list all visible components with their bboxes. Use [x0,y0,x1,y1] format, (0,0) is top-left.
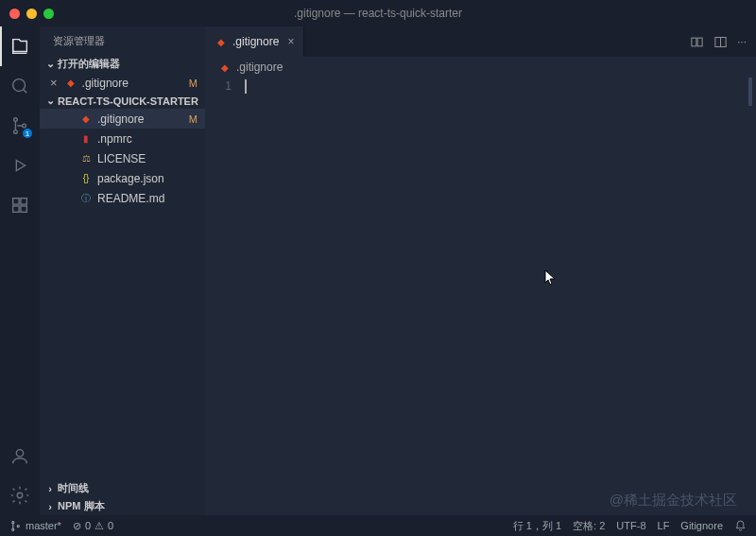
encoding-status[interactable]: UTF-8 [616,519,645,533]
code-editor[interactable]: 1 [205,78,756,515]
svg-point-9 [17,493,23,498]
file-item[interactable]: ⚖ LICENSE [40,148,205,168]
line-gutter: 1 [205,78,245,515]
svg-rect-4 [13,199,19,204]
editor-area: ◆ .gitignore × ··· ◆ .gitignore 1 [205,26,756,515]
svg-rect-7 [21,206,26,212]
chevron-down-icon: ⌄ [45,58,55,70]
svg-point-0 [13,79,26,92]
svg-point-14 [12,528,14,530]
license-icon: ⚖ [79,152,93,165]
npm-scripts-section[interactable]: › NPM 脚本 [40,497,205,515]
eol-status[interactable]: LF [658,519,670,533]
notifications-icon[interactable] [734,519,747,533]
file-item[interactable]: {} package.json [40,168,205,188]
problems-status[interactable]: ⊘0 ⚠0 [73,520,113,532]
git-icon: ◆ [79,112,93,126]
extensions-tab[interactable] [0,185,40,225]
npm-icon: ▮ [79,132,93,146]
sidebar: 资源管理器 ⌄ 打开的编辑器 × ◆ .gitignore M ⌄ REACT-… [40,26,205,515]
minimize-window-button[interactable] [26,9,37,19]
sidebar-title: 资源管理器 [40,26,205,55]
minimap[interactable] [748,78,752,106]
maximize-window-button[interactable] [43,9,54,19]
timeline-section[interactable]: › 时间线 [40,479,205,497]
window-title: .gitignore — react-ts-quick-starter [294,7,462,20]
editor-tabs: ◆ .gitignore × ··· [205,26,756,57]
svg-point-2 [14,130,18,134]
debug-tab[interactable] [0,146,40,185]
modified-badge: M [189,113,198,125]
svg-rect-10 [692,38,696,46]
editor-tab[interactable]: ◆ .gitignore × [205,26,304,57]
chevron-right-icon: › [45,483,55,494]
more-icon[interactable]: ··· [737,35,747,48]
svg-rect-6 [13,206,19,212]
info-icon: ⓘ [79,192,93,205]
close-window-button[interactable] [9,9,20,19]
file-item[interactable]: ▮ .npmrc [40,129,205,148]
scm-badge: 1 [23,129,32,138]
close-icon[interactable]: × [287,35,294,48]
project-section[interactable]: ⌄ REACT-TS-QUICK-STARTER [40,93,205,109]
search-tab[interactable] [0,66,40,106]
svg-rect-5 [21,199,26,204]
settings-icon[interactable] [0,475,40,515]
close-icon[interactable]: × [50,76,58,90]
file-item[interactable]: ◆ .gitignore M [40,109,205,129]
svg-point-15 [17,525,19,527]
account-icon[interactable] [0,436,40,475]
git-branch-status[interactable]: master* [9,520,61,532]
source-control-tab[interactable]: 1 [0,106,40,146]
cursor-position[interactable]: 行 1，列 1 [513,519,561,533]
explorer-tab[interactable] [0,26,40,66]
git-icon: ◆ [218,61,232,74]
svg-point-13 [12,521,14,523]
titlebar: .gitignore — react-ts-quick-starter [0,0,756,26]
breadcrumb[interactable]: ◆ .gitignore [205,57,756,78]
language-status[interactable]: Gitignore [680,519,723,533]
chevron-right-icon: › [45,501,55,512]
compare-icon[interactable] [690,35,704,49]
window-controls [9,9,54,19]
text-cursor [245,79,247,94]
activity-bar: 1 [0,26,40,515]
open-editor-item[interactable]: × ◆ .gitignore M [40,73,205,93]
json-icon: {} [79,172,93,185]
git-icon: ◆ [215,35,228,48]
svg-point-3 [23,124,26,128]
git-icon: ◆ [64,77,77,90]
split-editor-icon[interactable] [713,35,728,49]
status-bar: master* ⊘0 ⚠0 行 1，列 1 空格: 2 UTF-8 LF Git… [0,515,756,536]
file-item[interactable]: ⓘ README.md [40,188,205,208]
indentation-status[interactable]: 空格: 2 [573,519,605,533]
svg-point-8 [16,450,23,457]
open-editors-section[interactable]: ⌄ 打开的编辑器 [40,55,205,73]
svg-rect-11 [697,38,702,46]
svg-point-1 [14,118,18,122]
modified-badge: M [189,78,198,89]
chevron-down-icon: ⌄ [45,95,55,107]
